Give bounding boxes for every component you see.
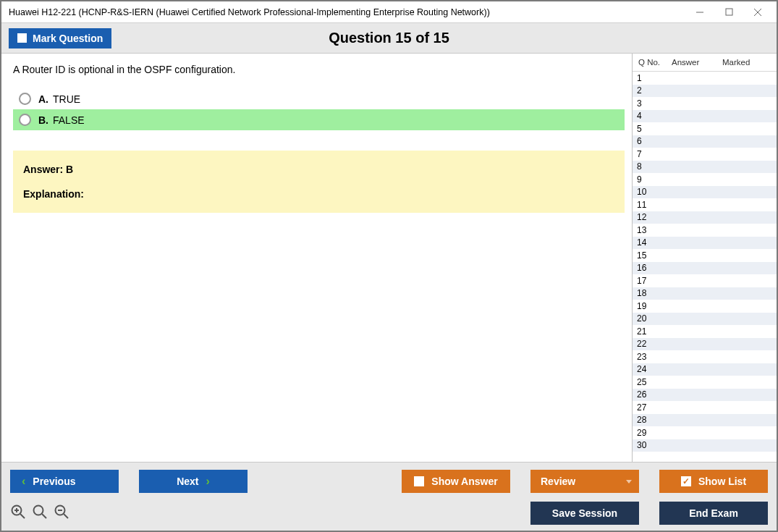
list-item[interactable]: 23 xyxy=(633,350,777,363)
list-item[interactable]: 19 xyxy=(633,300,777,313)
end-exam-button[interactable]: End Exam xyxy=(659,502,768,525)
zoom-reset-icon[interactable] xyxy=(32,504,48,523)
show-list-button[interactable]: ✓ Show List xyxy=(659,470,768,493)
list-qno: 1 xyxy=(633,73,669,83)
list-qno: 13 xyxy=(633,225,669,235)
mark-question-button[interactable]: Mark Question xyxy=(9,28,111,48)
option-letter: B. xyxy=(38,114,48,126)
show-answer-checkbox-icon xyxy=(414,476,424,486)
question-counter: Question 15 of 15 xyxy=(329,30,449,46)
option-text: FALSE xyxy=(53,114,85,126)
list-item[interactable]: 27 xyxy=(633,401,777,414)
list-item[interactable]: 5 xyxy=(633,122,777,135)
list-qno: 8 xyxy=(633,161,669,172)
list-qno: 28 xyxy=(633,415,669,425)
list-item[interactable]: 17 xyxy=(633,274,777,287)
list-item[interactable]: 21 xyxy=(633,325,777,338)
list-qno: 7 xyxy=(633,149,669,159)
list-item[interactable]: 26 xyxy=(633,389,777,402)
list-item[interactable]: 29 xyxy=(633,426,777,439)
option-text: TRUE xyxy=(53,93,80,105)
list-item[interactable]: 1 xyxy=(633,72,777,85)
minimize-button[interactable] xyxy=(685,2,714,22)
list-item[interactable]: 25 xyxy=(633,376,777,389)
list-item[interactable]: 28 xyxy=(633,414,777,427)
list-item[interactable]: 10 xyxy=(633,186,777,199)
save-session-label: Save Session xyxy=(552,507,617,519)
list-item[interactable]: 8 xyxy=(633,161,777,174)
list-qno: 29 xyxy=(633,428,669,438)
list-qno: 25 xyxy=(633,377,669,387)
show-list-label: Show List xyxy=(698,476,746,487)
list-item[interactable]: 14 xyxy=(633,237,777,250)
option-letter: A. xyxy=(38,93,48,105)
svg-line-9 xyxy=(42,514,46,518)
review-label: Review xyxy=(541,476,575,487)
list-qno: 3 xyxy=(633,98,669,109)
chevron-left-icon: ‹ xyxy=(22,475,25,488)
list-item[interactable]: 11 xyxy=(633,198,777,211)
list-qno: 26 xyxy=(633,389,669,400)
chevron-right-icon: › xyxy=(206,475,210,488)
show-list-checkbox-icon: ✓ xyxy=(681,476,691,486)
header-qno: Q No. xyxy=(635,58,672,67)
next-button[interactable]: Next › xyxy=(139,470,248,493)
zoom-in-icon[interactable] xyxy=(10,504,26,523)
close-button[interactable] xyxy=(743,2,772,22)
titlebar: Huawei H12-221 (HCNP-R&S-IERN (Huawei Ce… xyxy=(1,1,777,23)
zoom-controls xyxy=(10,504,69,523)
list-body[interactable]: 1234567891011121314151617181920212223242… xyxy=(633,71,777,462)
mark-question-label: Mark Question xyxy=(33,33,103,44)
main-area: A Router ID is optional in the OSPF conf… xyxy=(1,54,777,462)
list-header: Q No. Answer Marked xyxy=(633,54,777,71)
previous-label: Previous xyxy=(33,476,75,487)
list-item[interactable]: 7 xyxy=(633,148,777,161)
mark-checkbox-icon xyxy=(17,33,27,43)
list-item[interactable]: 13 xyxy=(633,224,777,237)
window-title: Huawei H12-221 (HCNP-R&S-IERN (Huawei Ce… xyxy=(9,7,685,17)
header-marked: Marked xyxy=(722,58,774,67)
list-item[interactable]: 2 xyxy=(633,85,777,98)
review-button[interactable]: Review xyxy=(530,470,639,493)
list-item[interactable]: 6 xyxy=(633,135,777,148)
list-qno: 5 xyxy=(633,124,669,134)
list-qno: 17 xyxy=(633,276,669,286)
list-item[interactable]: 22 xyxy=(633,338,777,351)
question-list-pane: Q No. Answer Marked 12345678910111213141… xyxy=(632,54,777,462)
list-qno: 10 xyxy=(633,187,669,197)
list-qno: 23 xyxy=(633,352,669,362)
radio-icon xyxy=(19,93,31,105)
list-qno: 18 xyxy=(633,288,669,298)
list-item[interactable]: 4 xyxy=(633,110,777,123)
list-item[interactable]: 18 xyxy=(633,287,777,300)
list-item[interactable]: 20 xyxy=(633,313,777,326)
zoom-out-icon[interactable] xyxy=(54,504,69,523)
show-answer-label: Show Answer xyxy=(431,476,497,487)
list-qno: 30 xyxy=(633,440,669,450)
window-controls xyxy=(685,2,772,22)
option-row[interactable]: A.TRUE xyxy=(13,88,625,109)
list-item[interactable]: 3 xyxy=(633,97,777,110)
explanation-label: Explanation: xyxy=(23,188,614,200)
list-qno: 11 xyxy=(633,200,669,210)
list-qno: 22 xyxy=(633,339,669,349)
list-qno: 12 xyxy=(633,212,669,222)
list-item[interactable]: 9 xyxy=(633,173,777,186)
list-qno: 21 xyxy=(633,326,669,337)
next-label: Next xyxy=(177,476,198,487)
svg-point-8 xyxy=(34,505,43,515)
save-session-button[interactable]: Save Session xyxy=(530,502,639,525)
list-item[interactable]: 12 xyxy=(633,211,777,224)
list-item[interactable]: 30 xyxy=(633,439,777,452)
show-answer-button[interactable]: Show Answer xyxy=(402,470,510,493)
list-item[interactable]: 24 xyxy=(633,363,777,376)
header-answer: Answer xyxy=(672,58,722,67)
list-qno: 6 xyxy=(633,136,669,146)
option-row[interactable]: B.FALSE xyxy=(13,109,625,130)
maximize-button[interactable] xyxy=(714,2,743,22)
previous-button[interactable]: ‹ Previous xyxy=(10,470,119,493)
svg-line-11 xyxy=(64,514,68,518)
list-item[interactable]: 15 xyxy=(633,249,777,262)
svg-rect-1 xyxy=(726,9,732,15)
list-item[interactable]: 16 xyxy=(633,262,777,275)
